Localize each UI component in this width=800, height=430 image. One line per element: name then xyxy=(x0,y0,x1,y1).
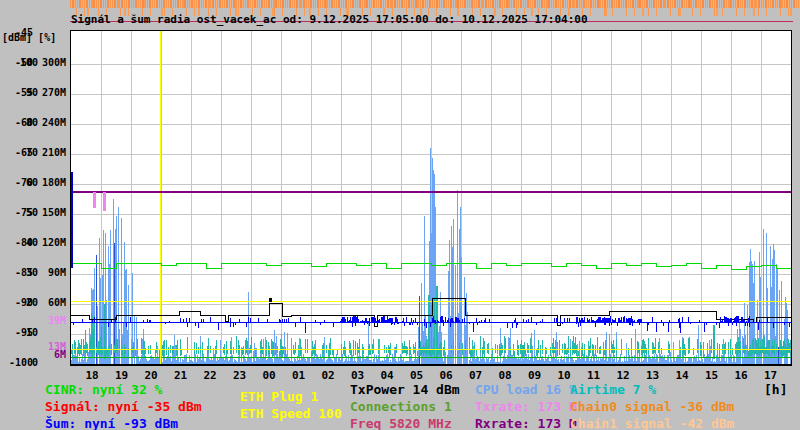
chart-canvas xyxy=(71,31,791,364)
axis-tick-pct: 60 xyxy=(20,177,38,189)
legend-item-connections: Connections 1 xyxy=(350,400,452,414)
legend-item-chain1: Chain1 signal -42 dBm xyxy=(570,417,734,430)
legend-item-cpu: CPU load 16 % xyxy=(475,383,577,397)
legend-item-eth: ETH Plug 1 xyxy=(240,390,318,404)
legend-item-txpower: TxPower 14 dBm xyxy=(350,383,460,397)
legend-item-eth: ETH Speed 100 xyxy=(240,407,342,421)
axis-tick-mbit: 270M xyxy=(40,87,66,99)
axis-tick-mbit: 60M xyxy=(40,297,66,309)
garbled-orange-text-band xyxy=(70,0,800,8)
axis-tick-pct: 50 xyxy=(20,207,38,219)
axis-tick-mbit: 150M xyxy=(40,207,66,219)
axis-tick-mbit: 240M xyxy=(40,117,66,129)
hour-axis-unit: [h] xyxy=(764,383,787,397)
axis-tick-mbit: 90M xyxy=(40,267,66,279)
plot-area xyxy=(70,30,792,366)
axis-tick-pct: 70 xyxy=(20,147,38,159)
legend-item-freq: Freq 5820 MHz xyxy=(350,417,452,430)
axis-tick-mbit: 210M xyxy=(40,147,66,159)
axis-tick-pct: 10 xyxy=(20,327,38,339)
axis-tick-pct: 0 xyxy=(20,357,38,369)
legend-item-chain0: Chain0 signal -36 dBm xyxy=(570,400,734,414)
axis-tick-mbit: 300M xyxy=(40,57,66,69)
axis-tick-pct: 80 xyxy=(20,117,38,129)
axis-tick-pct: 20 xyxy=(20,297,38,309)
page-title: Signál a šum radia ost_vacek_ac od: 9.12… xyxy=(71,13,588,26)
axis-tick-mbit-special: 39M xyxy=(40,315,66,327)
axis-tick-pct: 40 xyxy=(20,237,38,249)
legend-item-šum: Šum: nyní -93 dBm xyxy=(45,417,178,430)
rrd-graph-page: { "window": { "width": 800, "height": 43… xyxy=(0,0,800,430)
legend-item-airtime: Airtime 7 % xyxy=(570,383,656,397)
legend-item-signál: Signál: nyní -35 dBm xyxy=(45,400,202,414)
axis-tick-mbit-special: 6M xyxy=(40,349,66,361)
left-axis: -50100300M-5590270M-6080240M-6570210M-70… xyxy=(0,0,68,366)
axis-tick-pct: 100 xyxy=(20,57,38,69)
axis-tick-mbit: 180M xyxy=(40,177,66,189)
legend-item-cinr: CINR: nyní 32 % xyxy=(45,383,162,397)
axis-tick-pct: 90 xyxy=(20,87,38,99)
axis-tick-mbit: 120M xyxy=(40,237,66,249)
legend-item-txrate: Txrate: 173 M xyxy=(475,400,577,414)
legend-item-rxrate: Rxrate: 173 M xyxy=(475,417,577,430)
axis-tick-pct: 30 xyxy=(20,267,38,279)
legend: CINR: nyní 32 %Signál: nyní -35 dBmŠum: … xyxy=(0,380,800,430)
